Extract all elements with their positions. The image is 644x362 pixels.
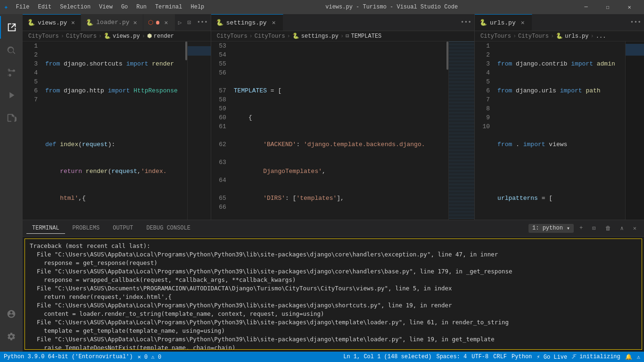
tab-icon-settings: 🐍 xyxy=(216,19,223,26)
menu-run[interactable]: Run xyxy=(132,3,150,11)
breadcrumb-urls: CityTours › CityTours › 🐍 urls.py › ... xyxy=(475,31,644,41)
terminal-controls: 1: python ▾ + ⊡ 🗑 ∧ ✕ xyxy=(528,224,640,233)
editor-panel-urls: 🐍 urls.py ✕ ••• CityTours › CityTours › … xyxy=(475,14,644,220)
settings-activity-icon[interactable] xyxy=(0,325,23,348)
line-ending-status[interactable]: CRLF xyxy=(493,354,507,360)
notifications-icon[interactable]: 🔔 xyxy=(625,354,632,361)
editor-area: 🐍 views.py ✕ 🐍 loader.py ✕ ⬡ ✕ xyxy=(23,14,644,352)
terminal-line-11: template = get_template(template_name, u… xyxy=(30,327,637,335)
terminal-line-4: File "C:\Users\ASUS\AppData\Local\Progra… xyxy=(30,267,637,276)
terminal-line-5: response = wrapped_callback(request, *ca… xyxy=(30,276,637,284)
more-actions-settings[interactable]: ••• xyxy=(458,14,474,31)
language-mode-status[interactable]: Python xyxy=(512,354,532,360)
status-bar: Python 3.9.0 64-bit ('Entornovirtual') ✕… xyxy=(0,352,644,362)
tab-group-urls: 🐍 urls.py ✕ ••• xyxy=(475,14,644,31)
kill-terminal-button[interactable]: 🗑 xyxy=(602,224,615,233)
tab-close-settings[interactable]: ✕ xyxy=(270,18,278,27)
activity-bar-bottom xyxy=(0,303,23,352)
code-area-settings[interactable]: 53545556 5758596061 62 63 64 6566 TEMPLA… xyxy=(211,41,474,220)
breadcrumb-views: CityTours › CityTours › 🐍 views.py › ⬢ r… xyxy=(23,31,211,41)
python-version-status[interactable]: Python 3.9.0 64-bit ('Entornovirtual') xyxy=(4,354,133,360)
terminal-body[interactable]: Traceback (most recent call last): File … xyxy=(25,239,642,350)
new-terminal-button[interactable]: + xyxy=(576,224,586,232)
encoding-status[interactable]: UTF-8 xyxy=(471,354,488,360)
tab-group-settings: 🐍 settings.py ✕ ••• xyxy=(211,14,474,31)
search-activity-icon[interactable] xyxy=(0,39,23,61)
split-editor-button[interactable]: ⊡ xyxy=(185,14,194,31)
git-activity-icon[interactable] xyxy=(0,61,23,84)
code-area-urls[interactable]: 123456 7 8910 from django.contrib import… xyxy=(475,41,644,220)
explorer-activity-icon[interactable] xyxy=(0,16,23,39)
tab-close-loader[interactable]: ✕ xyxy=(132,18,139,27)
chevron-down-icon: ▾ xyxy=(567,225,570,232)
debug-activity-icon[interactable] xyxy=(0,84,23,107)
close-terminal-button[interactable]: ✕ xyxy=(629,224,640,233)
titlebar-title: views.py - Turismo - Visual Studio Code xyxy=(208,4,575,10)
menu-terminal[interactable]: Terminal xyxy=(151,3,186,11)
tab-icon-loader: 🐍 xyxy=(86,19,93,26)
menu-bar[interactable]: File Edit Selection View Go Run Terminal… xyxy=(12,3,208,11)
tab-icon-views: 🐍 xyxy=(27,19,35,26)
minimap-views xyxy=(187,41,211,220)
indentation-status[interactable]: Spaces: 4 xyxy=(436,354,467,360)
terminal-line-6: File "C:\Users\ASUS\Documents\PROGRAMACI… xyxy=(30,284,637,293)
tab-problems[interactable]: PROBLEMS xyxy=(67,223,106,234)
tab-output[interactable]: OUTPUT xyxy=(107,223,139,234)
terminal-line-7: return render(request,'index.html',{ xyxy=(30,293,637,301)
tab-debug-console[interactable]: DEBUG CONSOLE xyxy=(140,223,196,234)
vscode-icon: ✦ xyxy=(4,2,8,12)
close-button[interactable]: ✕ xyxy=(619,0,640,14)
tab-urls-py[interactable]: 🐍 urls.py ✕ xyxy=(475,14,532,31)
line-numbers-urls: 123456 7 8910 xyxy=(475,41,494,220)
maximize-button[interactable]: ☐ xyxy=(597,0,619,14)
editor-panel-settings: 🐍 settings.py ✕ ••• CityTours › CityTour… xyxy=(211,14,475,220)
menu-go[interactable]: Go xyxy=(117,3,132,11)
errors-warnings-status[interactable]: ✕ 0 ⚠ 0 xyxy=(138,354,161,361)
tab-label-views: views.py xyxy=(38,19,67,26)
breadcrumb-settings: CityTours › CityTours › 🐍 settings.py › … xyxy=(211,31,474,41)
code-area-views[interactable]: 1234567 from django.shortcuts import ren… xyxy=(23,41,211,220)
terminal-line-10: File "C:\Users\ASUS\AppData\Local\Progra… xyxy=(30,318,637,327)
tab-views-py[interactable]: 🐍 views.py ✕ xyxy=(23,14,81,31)
terminal-line-8: File "C:\Users\ASUS\AppData\Local\Progra… xyxy=(30,301,637,310)
editors-row: 🐍 views.py ✕ 🐍 loader.py ✕ ⬡ ✕ xyxy=(23,14,644,220)
split-terminal-button[interactable]: ⊡ xyxy=(588,224,599,233)
go-live-status[interactable]: ⚡ Go Live xyxy=(537,354,567,361)
editor-panel-views: 🐍 views.py ✕ 🐍 loader.py ✕ ⬡ ✕ xyxy=(23,14,211,220)
tab-loader-py[interactable]: 🐍 loader.py ✕ xyxy=(81,14,143,31)
warning-status-icon[interactable]: ⚠ xyxy=(637,354,640,361)
more-actions-urls[interactable]: ••• xyxy=(627,14,644,31)
tab-close-html[interactable]: ✕ xyxy=(162,18,170,27)
run-button[interactable]: ▷ xyxy=(175,14,185,31)
account-activity-icon[interactable] xyxy=(0,303,23,325)
tab-terminal[interactable]: TERMINAL xyxy=(26,223,65,234)
code-content-settings[interactable]: TEMPLATES = [ { 'BACKEND': 'django.templ… xyxy=(230,41,446,220)
menu-selection[interactable]: Selection xyxy=(56,3,94,11)
terminal-line-3: response = get_response(request) xyxy=(30,259,637,267)
titlebar-controls[interactable]: ─ ☐ ✕ xyxy=(575,0,640,14)
tab-html[interactable]: ⬡ ✕ xyxy=(143,14,175,31)
code-content-urls[interactable]: from django.contrib import admin from dj… xyxy=(494,41,622,220)
menu-file[interactable]: File xyxy=(12,3,33,11)
terminal-instance-selector[interactable]: 1: python ▾ xyxy=(528,224,574,233)
extensions-activity-icon[interactable] xyxy=(0,107,23,129)
more-actions-views[interactable]: ••• xyxy=(194,14,210,31)
titlebar: ✦ File Edit Selection View Go Run Termin… xyxy=(0,0,644,14)
tab-close-views[interactable]: ✕ xyxy=(70,18,76,27)
menu-help[interactable]: Help xyxy=(187,3,208,11)
minimize-button[interactable]: ─ xyxy=(575,0,597,14)
tab-label-settings: settings.py xyxy=(226,19,267,26)
maximize-terminal-button[interactable]: ∧ xyxy=(617,224,627,233)
menu-view[interactable]: View xyxy=(95,3,116,11)
cursor-position-status[interactable]: Ln 1, Col 1 (148 selected) xyxy=(343,354,431,360)
activity-bar xyxy=(0,14,23,352)
tab-settings-py[interactable]: 🐍 settings.py ✕ xyxy=(211,14,283,31)
pylance-status[interactable]: 𝓕 initializing xyxy=(572,354,620,360)
minimap-urls xyxy=(625,41,644,220)
terminal-tabs: TERMINAL PROBLEMS OUTPUT DEBUG CONSOLE 1… xyxy=(23,220,644,237)
menu-edit[interactable]: Edit xyxy=(34,3,55,11)
titlebar-left: ✦ File Edit Selection View Go Run Termin… xyxy=(4,2,208,12)
tab-close-urls[interactable]: ✕ xyxy=(519,18,527,27)
status-right: Ln 1, Col 1 (148 selected) Spaces: 4 UTF… xyxy=(343,354,640,361)
code-content-views[interactable]: from django.shortcuts import render from… xyxy=(41,41,184,220)
